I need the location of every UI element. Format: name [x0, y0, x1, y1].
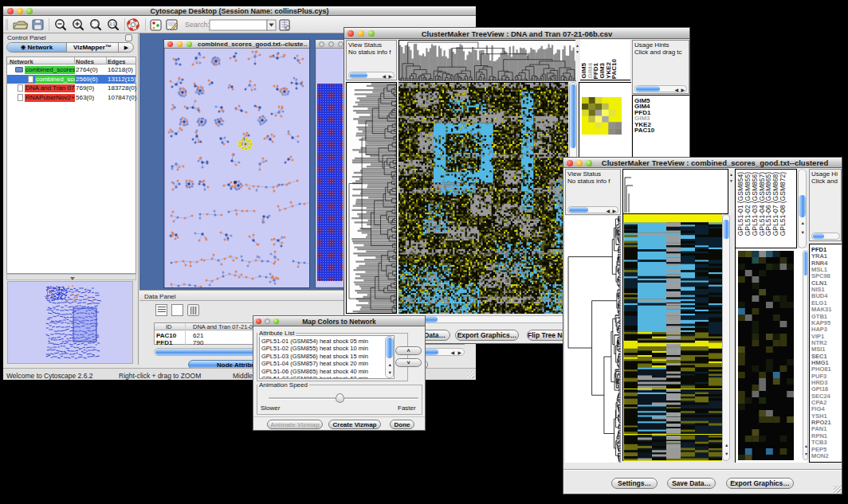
svg-text:Search:: Search: — [185, 21, 210, 29]
svg-text:1:1: 1:1 — [110, 21, 116, 26]
